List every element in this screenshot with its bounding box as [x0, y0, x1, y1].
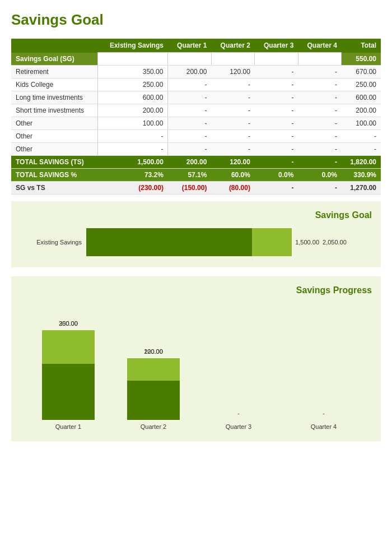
col-header-existing: Existing Savings: [98, 39, 168, 53]
col-header-q1: Quarter 1: [168, 39, 211, 53]
page-title: Savings Goal: [11, 11, 381, 29]
v-bar-group: -Quarter 4: [286, 410, 361, 430]
total-savings-row: TOTAL SAVINGS (TS)1,500.00200.00120.00--…: [11, 156, 381, 169]
total-pct-row: TOTAL SAVINGS %73.2%57.1%60.0%0.0%0.0%33…: [11, 169, 381, 182]
light-bar: [252, 228, 292, 256]
savings-goal-row: Savings Goal (SG) 2,050.00 350.00 200.00…: [11, 53, 381, 66]
savings-progress-title: Savings Progress: [20, 285, 372, 295]
v-bar-inner: [127, 381, 180, 420]
sg-total: 550.00: [342, 53, 381, 66]
v-bar-x-label: Quarter 2: [141, 423, 166, 430]
col-header-total: Total: [342, 39, 381, 53]
v-bar-outer: 120.00: [127, 358, 180, 420]
table-row: Other100.00----100.00: [11, 117, 381, 130]
col-header-q2: Quarter 2: [211, 39, 254, 53]
savings-table: Existing Savings Quarter 1 Quarter 2 Qua…: [11, 39, 381, 195]
v-bar-dash: -: [323, 410, 325, 417]
sg-vs-ts-row: SG vs TS(230.00)(150.00)(80.00)--1,270.0…: [11, 182, 381, 195]
end-value: 2,050.00: [323, 239, 347, 246]
v-bar-x-label: Quarter 4: [311, 423, 337, 430]
table-row: Retirement350.00200.00120.00--670.00: [11, 66, 381, 78]
table-header-row: Existing Savings Quarter 1 Quarter 2 Qua…: [11, 39, 381, 53]
dark-bar-value: 1,500.00: [295, 239, 319, 246]
savings-goal-chart-title: Savings Goal: [20, 210, 372, 220]
horizontal-bar-chart: Existing Savings 1,500.00 2,050.00: [20, 228, 372, 256]
v-bar-outer: 200.00: [42, 330, 95, 420]
v-bar-group: 350.00200.00Quarter 1: [31, 320, 106, 430]
table-row: Kids College250.00----250.00: [11, 78, 381, 91]
v-bar-inner: [42, 364, 95, 420]
sg-label: Savings Goal (SG): [11, 53, 98, 66]
v-bar-x-label: Quarter 1: [55, 423, 81, 430]
col-header-q3: Quarter 3: [255, 39, 298, 53]
table-row: Other------: [11, 143, 381, 156]
sg-q3[interactable]: -: [255, 53, 298, 66]
sg-existing[interactable]: 2,050.00: [98, 53, 168, 66]
savings-goal-chart-section: Savings Goal Existing Savings 1,500.00 2…: [11, 201, 381, 267]
v-bar-group: 200.00120.00Quarter 2: [116, 348, 191, 430]
bar-row-label: Existing Savings: [20, 239, 82, 246]
table-row: Other------: [11, 130, 381, 143]
sg-q2[interactable]: 200.00: [211, 53, 254, 66]
savings-progress-section: Savings Progress 350.00200.00Quarter 120…: [11, 276, 381, 441]
dark-bar: [86, 228, 252, 256]
v-bar-x-label: Quarter 3: [226, 423, 251, 430]
sg-q1[interactable]: 350.00: [168, 53, 211, 66]
v-bar-dash: -: [237, 410, 240, 417]
table-row: Short time investments200.00----200.00: [11, 104, 381, 117]
v-bar-group: -Quarter 3: [201, 410, 276, 430]
col-header-q4: Quarter 4: [298, 39, 341, 53]
vertical-bar-chart: 350.00200.00Quarter 1200.00120.00Quarter…: [20, 307, 372, 430]
v-bar-actual-label: 120.00: [127, 348, 180, 355]
table-row: Long time investments600.00----600.00: [11, 91, 381, 104]
sg-q4[interactable]: -: [298, 53, 341, 66]
col-header-label: [11, 39, 98, 53]
v-bar-actual-label: 200.00: [42, 320, 95, 327]
bar-container: 1,500.00 2,050.00: [86, 228, 372, 256]
